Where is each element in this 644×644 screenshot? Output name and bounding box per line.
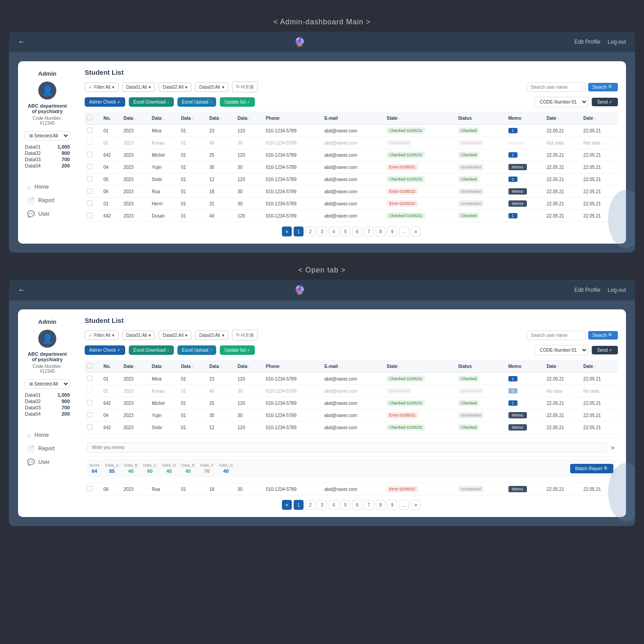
excel-upload-btn-2[interactable]: Excel Upload ↑ xyxy=(177,345,217,355)
filter-data01-btn-2[interactable]: Data01:All ▾ xyxy=(122,331,155,340)
table-row[interactable]: 642 2023 Michel 01 25 120 010-1234-5789 … xyxy=(85,149,618,161)
update-list-btn[interactable]: Update list ✓ xyxy=(220,97,255,107)
search-input[interactable] xyxy=(527,82,585,92)
memo-btn[interactable]: Memo xyxy=(508,164,527,170)
filter-data02-btn[interactable]: Data02:All ▾ xyxy=(159,82,191,92)
row-checkbox[interactable] xyxy=(87,152,92,157)
page-last-btn-2[interactable]: » xyxy=(411,500,421,510)
update-list-btn-2[interactable]: Update list ✓ xyxy=(220,345,255,355)
sidebar-item-report[interactable]: 📄 Report xyxy=(25,194,70,207)
page-first-btn[interactable]: « xyxy=(282,227,292,236)
table-row[interactable]: 04 2023 Yujin 01 30 30 010-1234-5789 abd… xyxy=(85,409,618,422)
table-row[interactable]: 01 2023 Mina 01 23 120 010-1234-5789 abd… xyxy=(85,373,618,385)
back-button-2[interactable]: ← xyxy=(18,286,25,294)
page-8-btn-2[interactable]: 8 xyxy=(376,500,385,510)
table-row[interactable]: 04 2023 Yujin 01 30 30 010-1234-5789 abd… xyxy=(85,161,618,173)
page-4-btn-2[interactable]: 4 xyxy=(329,500,339,510)
sidebar-item-user-2[interactable]: 💬 User xyxy=(25,455,70,469)
table-row[interactable]: 05 2023 Sinbi 01 12 120 010-1234-5789 ab… xyxy=(85,173,618,186)
page-1-btn[interactable]: 1 xyxy=(294,227,304,236)
filter-all-btn[interactable]: ✓ Filter:All ▾ xyxy=(85,82,118,92)
page-6-btn-2[interactable]: 6 xyxy=(352,500,362,510)
table-row[interactable]: 02 2023 Konau 01 40 30 010-1234-5789 abd… xyxy=(85,385,618,397)
refresh-btn[interactable]: ↻ 새로봄 xyxy=(232,82,259,92)
page-2-btn-2[interactable]: 2 xyxy=(305,500,315,510)
page-7-btn[interactable]: 7 xyxy=(364,227,374,236)
page-3-btn[interactable]: 3 xyxy=(317,227,327,236)
row-checkbox[interactable] xyxy=(87,200,92,206)
row-checkbox[interactable] xyxy=(87,412,92,417)
page-ellipsis-2[interactable]: ... xyxy=(399,500,409,510)
edit-profile-link-2[interactable]: Edit Profile xyxy=(574,287,600,293)
excel-upload-btn[interactable]: Excel Upload ↑ xyxy=(177,97,217,107)
memo-btn[interactable]: Memo xyxy=(508,188,527,195)
row-checkbox[interactable] xyxy=(87,424,92,430)
table-row[interactable]: 02 2023 Konau 01 40 30 010-1234-5789 abd… xyxy=(85,137,618,149)
page-1-btn-2[interactable]: 1 xyxy=(294,500,304,510)
page-ellipsis[interactable]: ... xyxy=(399,227,409,236)
logout-link-2[interactable]: Log-out xyxy=(608,287,626,293)
page-4-btn[interactable]: 4 xyxy=(329,227,339,236)
page-3-btn-2[interactable]: 3 xyxy=(317,500,327,510)
memo-text-input[interactable] xyxy=(87,442,607,453)
filter-data01-btn[interactable]: Data01:All ▾ xyxy=(122,82,155,92)
send-btn[interactable]: Send ✓ xyxy=(592,98,618,106)
row-checkbox[interactable] xyxy=(87,486,92,491)
page-9-btn[interactable]: 9 xyxy=(387,227,397,236)
page-last-btn[interactable]: » xyxy=(411,227,421,236)
row-checkbox[interactable] xyxy=(87,127,92,133)
sidebar-item-home[interactable]: ⌂ Home xyxy=(25,180,70,194)
row-checkbox[interactable] xyxy=(87,188,92,194)
logout-link[interactable]: Log-out xyxy=(608,39,626,45)
page-8-btn[interactable]: 8 xyxy=(376,227,385,236)
select-all-checkbox[interactable] xyxy=(87,115,92,120)
selected-filter-dropdown-2[interactable]: ⊞ Selected:All xyxy=(25,379,70,389)
filter-data03-btn-2[interactable]: Data03:All ▾ xyxy=(195,331,228,340)
page-6-btn[interactable]: 6 xyxy=(352,227,362,236)
sidebar-item-report-2[interactable]: 📄 Report xyxy=(25,442,70,455)
page-9-btn-2[interactable]: 9 xyxy=(387,500,397,510)
table-row[interactable]: 01 2023 Henri 01 31 30 010-1234-5789 abd… xyxy=(85,198,618,210)
page-5-btn[interactable]: 5 xyxy=(340,227,350,236)
code-number-select-2[interactable]: CODE-Number:01 xyxy=(534,345,588,355)
table-row[interactable]: 06 2023 Roa 01 18 30 010-1234-5789 abd@n… xyxy=(85,186,618,198)
row-checkbox[interactable] xyxy=(87,164,92,169)
row-checkbox[interactable] xyxy=(87,140,92,145)
sidebar-item-home-2[interactable]: ⌂ Home xyxy=(25,428,70,442)
refresh-btn-2[interactable]: ↻ 새로봄 xyxy=(232,330,259,340)
selected-filter-dropdown[interactable]: ⊞ Selected:All xyxy=(25,131,70,141)
row-checkbox[interactable] xyxy=(87,213,92,218)
table-row[interactable]: 06 2023 Roa 01 18 30 010-1234-5789 abd@n… xyxy=(85,483,618,495)
page-5-btn-2[interactable]: 5 xyxy=(340,500,350,510)
admin-check-btn-2[interactable]: Admin Check ✓ xyxy=(85,345,125,355)
row-checkbox[interactable] xyxy=(87,388,92,393)
sidebar-item-user[interactable]: 💬 User xyxy=(25,207,70,221)
search-button[interactable]: Search 🔍 xyxy=(588,83,618,91)
filter-data02-btn-2[interactable]: Data02:All ▾ xyxy=(159,331,191,340)
edit-profile-link[interactable]: Edit Profile xyxy=(574,39,600,45)
memo-btn[interactable]: Memo xyxy=(508,424,527,431)
memo-btn[interactable]: Memo xyxy=(508,200,527,207)
watch-report-btn[interactable]: Watch Report 🔍 xyxy=(570,464,613,473)
send-memo-icon[interactable]: ➤ xyxy=(610,444,616,451)
page-first-btn-2[interactable]: « xyxy=(282,500,292,510)
send-btn-2[interactable]: Send ✓ xyxy=(592,346,618,354)
page-2-btn[interactable]: 2 xyxy=(305,227,315,236)
filter-data03-btn[interactable]: Data03:All ▾ xyxy=(195,82,228,92)
memo-btn[interactable]: Memo xyxy=(508,412,527,418)
row-checkbox[interactable] xyxy=(87,176,92,181)
code-number-select[interactable]: CODE-Number:01 xyxy=(534,97,588,107)
filter-all-btn-2[interactable]: ✓ Filter:All ▾ xyxy=(85,331,118,340)
row-checkbox[interactable] xyxy=(87,400,92,405)
excel-download-btn[interactable]: Excel Download ↓ xyxy=(129,97,173,107)
page-7-btn-2[interactable]: 7 xyxy=(364,500,374,510)
table-row[interactable]: 642 2023 Dusan 01 40 120 010-1234-5789 a… xyxy=(85,210,618,222)
excel-download-btn-2[interactable]: Excel Download ↓ xyxy=(129,345,173,355)
table-row[interactable]: 642 2023 Michel 01 25 120 010-1234-5789 … xyxy=(85,397,618,409)
back-button[interactable]: ← xyxy=(18,38,25,46)
table-row[interactable]: 01 2023 Mina 01 23 120 010-1234-5789 abd… xyxy=(85,125,618,137)
select-all-checkbox-2[interactable] xyxy=(87,363,92,368)
search-button-2[interactable]: Search 🔍 xyxy=(588,331,618,340)
search-input-2[interactable] xyxy=(527,331,585,340)
table-row[interactable]: 642 2023 Sinbi 01 12 120 010-1234-5789 a… xyxy=(85,422,618,434)
